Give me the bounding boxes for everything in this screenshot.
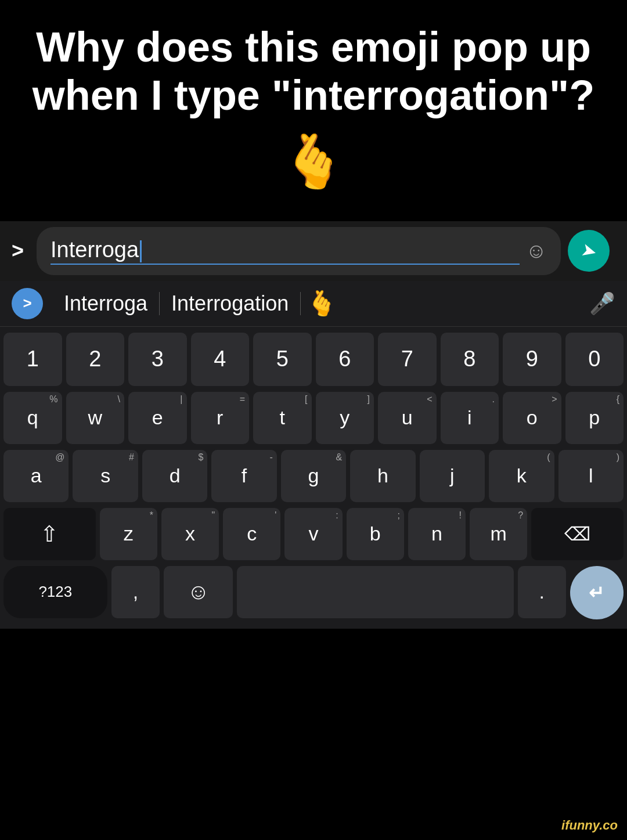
key-n[interactable]: !n [408,508,466,560]
zxcv-row: ⇧ *z "x 'c :v ;b !n ?m ⌫ [3,508,624,560]
send-arrow-icon: ➤ [578,238,599,264]
comma-key[interactable]: , [111,566,160,618]
text-cursor [140,240,142,262]
backspace-key[interactable]: ⌫ [531,508,624,560]
key-4[interactable]: 4 [191,333,250,386]
top-emoji: 🫰 [23,131,604,192]
key-d[interactable]: $d [142,450,207,502]
keyboard: 1 2 3 4 5 6 7 8 9 0 %q \w |e =r [t ]y <u… [0,327,627,629]
watermark: ifunny.co [561,818,618,833]
key-9[interactable]: 9 [503,333,561,386]
key-x[interactable]: "x [161,508,219,560]
autocomplete-expand-button[interactable]: > [12,288,43,319]
numbers-toggle-key[interactable]: ?123 [3,566,107,618]
key-p[interactable]: {p [565,392,624,444]
key-z[interactable]: *z [100,508,157,560]
autocomplete-word2[interactable]: Interrogation [160,287,300,320]
key-q[interactable]: %q [3,392,62,444]
key-j[interactable]: j [420,450,485,502]
autocomplete-words: Interroga Interrogation 🫰 [52,287,580,320]
key-8[interactable]: 8 [441,333,499,386]
enter-key[interactable]: ↵ [570,566,624,619]
input-value: Interroga [51,237,139,262]
key-b[interactable]: ;b [347,508,404,560]
key-t[interactable]: [t [253,392,312,444]
key-a[interactable]: @a [3,450,69,502]
number-row: 1 2 3 4 5 6 7 8 9 0 [3,333,624,386]
qwerty-row: %q \w |e =r [t ]y <u .i >o {p [3,392,624,444]
space-key[interactable] [237,566,513,618]
key-7[interactable]: 7 [378,333,437,386]
key-c[interactable]: 'c [223,508,280,560]
key-v[interactable]: :v [284,508,342,560]
key-0[interactable]: 0 [565,333,624,386]
chevron-right-icon: > [6,239,30,263]
key-m[interactable]: ?m [470,508,527,560]
key-o[interactable]: >o [503,392,561,444]
key-f[interactable]: -f [211,450,276,502]
key-g[interactable]: &g [281,450,346,502]
emoji-key[interactable]: ☺ [164,566,233,618]
headline: Why does this emoji pop up when I type "… [23,23,604,120]
microphone-icon[interactable]: 🎤 [589,291,615,316]
send-button[interactable]: ➤ [568,230,610,272]
autocomplete-emoji[interactable]: 🫰 [307,289,337,318]
key-y[interactable]: ]y [316,392,374,444]
key-3[interactable]: 3 [128,333,187,386]
key-l[interactable]: )l [558,450,624,502]
key-k[interactable]: (k [489,450,554,502]
key-1[interactable]: 1 [3,333,62,386]
input-text[interactable]: Interroga [51,237,520,265]
autocomplete-word1[interactable]: Interroga [52,287,159,320]
key-i[interactable]: .i [441,392,499,444]
input-bar-row: > Interroga ☺ ➤ [0,221,627,281]
key-2[interactable]: 2 [66,333,125,386]
autocomplete-bar: > Interroga Interrogation 🫰 🎤 [0,281,627,327]
key-u[interactable]: <u [378,392,437,444]
key-w[interactable]: \w [66,392,125,444]
bottom-row: ?123 , ☺ . ↵ [3,566,624,619]
top-section: Why does this emoji pop up when I type "… [0,0,627,221]
period-key[interactable]: . [518,566,566,618]
key-5[interactable]: 5 [253,333,312,386]
key-h[interactable]: h [350,450,415,502]
shift-key[interactable]: ⇧ [3,508,96,560]
enter-icon: ↵ [589,582,604,604]
input-field[interactable]: Interroga ☺ [37,227,561,275]
key-r[interactable]: =r [191,392,250,444]
autocomplete-divider2 [300,292,301,315]
backspace-icon: ⌫ [564,523,590,545]
key-s[interactable]: #s [73,450,138,502]
key-e[interactable]: |e [128,392,187,444]
emoji-picker-icon[interactable]: ☺ [525,239,547,263]
asdf-row: @a #s $d -f &g h j (k )l [3,450,624,502]
key-6[interactable]: 6 [316,333,374,386]
shift-icon: ⇧ [40,521,59,547]
